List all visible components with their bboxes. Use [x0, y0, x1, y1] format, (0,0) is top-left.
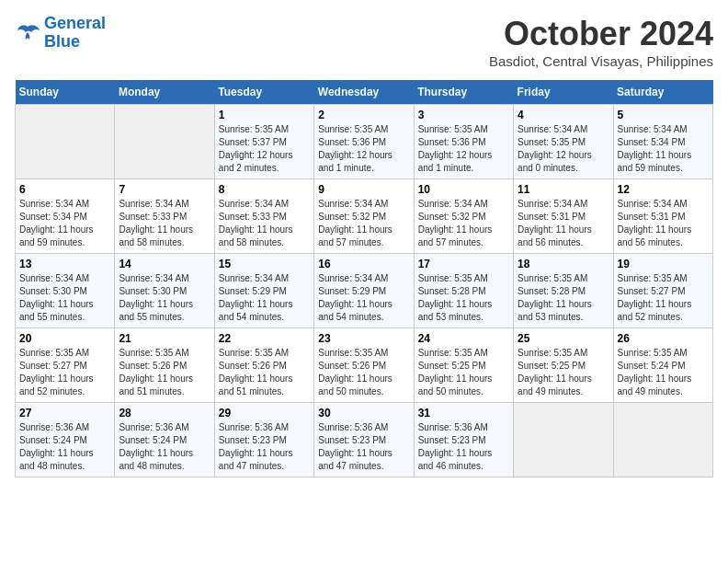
calendar-cell: 16Sunrise: 5:34 AM Sunset: 5:29 PM Dayli… — [314, 254, 414, 328]
day-number: 24 — [418, 332, 509, 345]
day-number: 18 — [518, 258, 609, 270]
calendar-cell: 13Sunrise: 5:34 AM Sunset: 5:30 PM Dayli… — [16, 254, 115, 328]
day-number: 30 — [318, 407, 409, 419]
calendar-cell: 30Sunrise: 5:36 AM Sunset: 5:23 PM Dayli… — [314, 403, 414, 477]
day-number: 4 — [518, 109, 609, 121]
day-number: 27 — [19, 407, 110, 419]
calendar-cell — [514, 403, 613, 477]
day-info: Sunrise: 5:34 AM Sunset: 5:30 PM Dayligh… — [19, 272, 110, 324]
day-info: Sunrise: 5:35 AM Sunset: 5:36 PM Dayligh… — [418, 123, 509, 175]
calendar-cell: 1Sunrise: 5:35 AM Sunset: 5:37 PM Daylig… — [214, 105, 313, 179]
day-number: 25 — [518, 332, 609, 345]
calendar-cell: 24Sunrise: 5:35 AM Sunset: 5:25 PM Dayli… — [414, 328, 513, 403]
day-info: Sunrise: 5:35 AM Sunset: 5:27 PM Dayligh… — [19, 347, 110, 398]
calendar-week-1: 1Sunrise: 5:35 AM Sunset: 5:37 PM Daylig… — [16, 105, 713, 179]
day-info: Sunrise: 5:35 AM Sunset: 5:26 PM Dayligh… — [318, 347, 409, 398]
calendar-table: SundayMondayTuesdayWednesdayThursdayFrid… — [15, 80, 713, 477]
header-cell-thursday: Thursday — [414, 80, 513, 105]
month-title: October 2024 — [489, 15, 713, 53]
day-info: Sunrise: 5:34 AM Sunset: 5:32 PM Dayligh… — [418, 198, 509, 249]
day-number: 14 — [119, 258, 210, 270]
calendar-cell: 5Sunrise: 5:34 AM Sunset: 5:34 PM Daylig… — [613, 105, 712, 179]
page-header: General Blue October 2024 Basdiot, Centr… — [15, 15, 713, 69]
day-info: Sunrise: 5:36 AM Sunset: 5:23 PM Dayligh… — [219, 421, 310, 473]
day-info: Sunrise: 5:34 AM Sunset: 5:31 PM Dayligh… — [518, 198, 609, 249]
calendar-week-3: 13Sunrise: 5:34 AM Sunset: 5:30 PM Dayli… — [16, 254, 713, 328]
day-info: Sunrise: 5:35 AM Sunset: 5:36 PM Dayligh… — [318, 123, 409, 175]
calendar-cell: 10Sunrise: 5:34 AM Sunset: 5:32 PM Dayli… — [414, 179, 513, 254]
header-cell-monday: Monday — [115, 80, 214, 105]
day-info: Sunrise: 5:35 AM Sunset: 5:26 PM Dayligh… — [219, 347, 310, 398]
calendar-cell: 6Sunrise: 5:34 AM Sunset: 5:34 PM Daylig… — [16, 179, 115, 254]
calendar-cell: 4Sunrise: 5:34 AM Sunset: 5:35 PM Daylig… — [514, 105, 613, 179]
day-number: 28 — [119, 407, 210, 419]
day-number: 12 — [618, 183, 709, 196]
day-info: Sunrise: 5:35 AM Sunset: 5:28 PM Dayligh… — [518, 272, 609, 324]
logo-blue: Blue — [44, 33, 106, 52]
day-info: Sunrise: 5:35 AM Sunset: 5:25 PM Dayligh… — [418, 347, 509, 398]
logo-icon — [15, 23, 40, 43]
calendar-cell: 12Sunrise: 5:34 AM Sunset: 5:31 PM Dayli… — [613, 179, 712, 254]
day-number: 26 — [618, 332, 709, 345]
day-number: 6 — [19, 183, 110, 196]
day-number: 5 — [618, 109, 709, 121]
day-number: 10 — [418, 183, 509, 196]
day-number: 22 — [219, 332, 310, 345]
day-number: 13 — [19, 258, 110, 270]
day-number: 23 — [318, 332, 409, 345]
calendar-cell — [115, 105, 214, 179]
calendar-cell: 27Sunrise: 5:36 AM Sunset: 5:24 PM Dayli… — [16, 403, 115, 477]
day-info: Sunrise: 5:35 AM Sunset: 5:25 PM Dayligh… — [518, 347, 609, 398]
day-number: 2 — [318, 109, 409, 121]
day-info: Sunrise: 5:34 AM Sunset: 5:35 PM Dayligh… — [518, 123, 609, 175]
day-info: Sunrise: 5:34 AM Sunset: 5:29 PM Dayligh… — [318, 272, 409, 324]
calendar-cell: 26Sunrise: 5:35 AM Sunset: 5:24 PM Dayli… — [613, 328, 712, 403]
calendar-cell: 2Sunrise: 5:35 AM Sunset: 5:36 PM Daylig… — [314, 105, 414, 179]
calendar-header: SundayMondayTuesdayWednesdayThursdayFrid… — [16, 80, 713, 105]
day-info: Sunrise: 5:35 AM Sunset: 5:24 PM Dayligh… — [618, 347, 709, 398]
calendar-week-5: 27Sunrise: 5:36 AM Sunset: 5:24 PM Dayli… — [16, 403, 713, 477]
day-number: 21 — [119, 332, 210, 345]
calendar-cell: 22Sunrise: 5:35 AM Sunset: 5:26 PM Dayli… — [214, 328, 313, 403]
calendar-cell: 9Sunrise: 5:34 AM Sunset: 5:32 PM Daylig… — [314, 179, 414, 254]
day-number: 7 — [119, 183, 210, 196]
location-title: Basdiot, Central Visayas, Philippines — [489, 53, 713, 69]
calendar-cell: 19Sunrise: 5:35 AM Sunset: 5:27 PM Dayli… — [613, 254, 712, 328]
day-number: 11 — [518, 183, 609, 196]
day-number: 15 — [219, 258, 310, 270]
header-cell-saturday: Saturday — [613, 80, 712, 105]
header-cell-wednesday: Wednesday — [314, 80, 414, 105]
calendar-cell: 21Sunrise: 5:35 AM Sunset: 5:26 PM Dayli… — [115, 328, 214, 403]
logo: General Blue — [15, 15, 106, 52]
header-cell-tuesday: Tuesday — [214, 80, 313, 105]
day-number: 31 — [418, 407, 509, 419]
day-number: 1 — [219, 109, 310, 121]
day-info: Sunrise: 5:35 AM Sunset: 5:28 PM Dayligh… — [418, 272, 509, 324]
day-info: Sunrise: 5:35 AM Sunset: 5:27 PM Dayligh… — [618, 272, 709, 324]
logo-general: General — [44, 14, 106, 32]
calendar-cell: 31Sunrise: 5:36 AM Sunset: 5:23 PM Dayli… — [414, 403, 513, 477]
day-info: Sunrise: 5:34 AM Sunset: 5:34 PM Dayligh… — [19, 198, 110, 249]
day-number: 20 — [19, 332, 110, 345]
calendar-cell: 7Sunrise: 5:34 AM Sunset: 5:33 PM Daylig… — [115, 179, 214, 254]
calendar-cell: 18Sunrise: 5:35 AM Sunset: 5:28 PM Dayli… — [514, 254, 613, 328]
logo-text: General Blue — [44, 15, 106, 52]
calendar-cell: 17Sunrise: 5:35 AM Sunset: 5:28 PM Dayli… — [414, 254, 513, 328]
calendar-cell: 25Sunrise: 5:35 AM Sunset: 5:25 PM Dayli… — [514, 328, 613, 403]
day-info: Sunrise: 5:34 AM Sunset: 5:33 PM Dayligh… — [219, 198, 310, 249]
day-number: 9 — [318, 183, 409, 196]
calendar-cell: 23Sunrise: 5:35 AM Sunset: 5:26 PM Dayli… — [314, 328, 414, 403]
calendar-cell: 20Sunrise: 5:35 AM Sunset: 5:27 PM Dayli… — [16, 328, 115, 403]
calendar-week-2: 6Sunrise: 5:34 AM Sunset: 5:34 PM Daylig… — [16, 179, 713, 254]
calendar-cell: 28Sunrise: 5:36 AM Sunset: 5:24 PM Dayli… — [115, 403, 214, 477]
calendar-week-4: 20Sunrise: 5:35 AM Sunset: 5:27 PM Dayli… — [16, 328, 713, 403]
day-info: Sunrise: 5:36 AM Sunset: 5:23 PM Dayligh… — [318, 421, 409, 473]
day-number: 17 — [418, 258, 509, 270]
calendar-cell: 3Sunrise: 5:35 AM Sunset: 5:36 PM Daylig… — [414, 105, 513, 179]
header-cell-sunday: Sunday — [16, 80, 115, 105]
day-info: Sunrise: 5:35 AM Sunset: 5:37 PM Dayligh… — [219, 123, 310, 175]
day-number: 8 — [219, 183, 310, 196]
calendar-cell: 11Sunrise: 5:34 AM Sunset: 5:31 PM Dayli… — [514, 179, 613, 254]
day-number: 19 — [618, 258, 709, 270]
day-number: 16 — [318, 258, 409, 270]
